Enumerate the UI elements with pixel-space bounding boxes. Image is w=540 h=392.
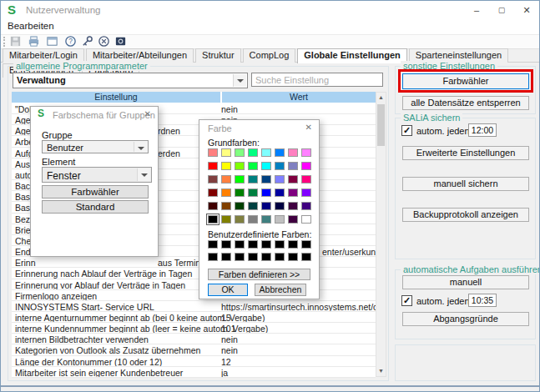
farben-definieren-button[interactable]: Farben definieren >> [208, 269, 310, 280]
color-swatch[interactable] [235, 175, 245, 183]
tab-globale-einstellungen[interactable]: Globale Einstellungen [297, 48, 407, 63]
color-swatch[interactable] [221, 188, 231, 197]
color-swatch[interactable] [261, 253, 271, 261]
color-swatch[interactable] [248, 188, 258, 197]
color-swatch[interactable] [288, 162, 298, 170]
aufgaben-manuell-button[interactable]: manuell [402, 275, 529, 289]
dialog-farbwaehler-button[interactable]: Farbwähler [42, 185, 149, 199]
close-button[interactable]: ✕ [514, 1, 539, 19]
aufgaben-auto-checkbox[interactable]: ✓ [401, 295, 412, 306]
color-swatch[interactable] [261, 148, 271, 157]
color-swatch[interactable] [208, 253, 218, 261]
color-swatch[interactable] [261, 215, 271, 224]
farbe-close-icon[interactable]: ✕ [305, 123, 312, 132]
color-swatch[interactable] [235, 188, 245, 197]
farbschema-close-icon[interactable]: ✕ [144, 109, 151, 118]
table-row[interactable]: interne Kundennummer beginnt ab (leer = … [12, 323, 376, 334]
toolbar-grip[interactable] [3, 37, 5, 47]
manuell-sichern-button[interactable]: manuell sichern [402, 177, 529, 191]
maximize-button[interactable]: ▢ [489, 1, 514, 19]
abgangsgruende-button[interactable]: Abgangsgründe [402, 312, 529, 326]
category-select[interactable]: Verwaltung [13, 73, 248, 88]
color-swatch[interactable] [208, 188, 218, 197]
color-swatch[interactable] [235, 253, 245, 261]
color-swatch[interactable] [221, 240, 231, 249]
color-swatch[interactable] [208, 215, 218, 224]
color-swatch[interactable] [248, 175, 258, 183]
table-row[interactable]: internen Bildbetrachter verwendennein [12, 334, 376, 344]
color-swatch[interactable] [221, 162, 231, 170]
color-swatch[interactable] [301, 162, 311, 170]
table-row[interactable]: Firmenlogo anzeigen [12, 290, 376, 301]
color-swatch[interactable] [288, 215, 298, 224]
chevron-down-icon[interactable] [137, 168, 150, 181]
color-swatch[interactable] [301, 148, 311, 157]
ok-button[interactable]: OK [208, 284, 248, 296]
window-icon[interactable] [46, 35, 59, 48]
color-swatch[interactable] [275, 148, 285, 157]
color-swatch[interactable] [275, 215, 285, 224]
color-swatch[interactable] [261, 175, 271, 183]
chevron-down-icon[interactable] [233, 74, 246, 87]
minimize-button[interactable]: – [464, 1, 489, 19]
color-swatch[interactable] [208, 175, 218, 183]
color-swatch[interactable] [301, 240, 311, 249]
salia-time-field[interactable]: 12:00 [468, 123, 497, 137]
backupprotokoll-button[interactable]: Backupprotokoll anzeigen [402, 208, 529, 222]
tab-complog[interactable]: CompLog [243, 48, 296, 63]
color-swatch[interactable] [221, 253, 231, 261]
color-swatch[interactable] [301, 215, 311, 224]
color-swatch[interactable] [275, 240, 285, 249]
table-row[interactable]: interne Agenturnummer beginnt ab (bei 0 … [12, 312, 376, 323]
color-swatch[interactable] [275, 162, 285, 170]
color-swatch[interactable] [288, 148, 298, 157]
chevron-down-icon[interactable] [134, 142, 147, 152]
color-swatch[interactable] [208, 240, 218, 249]
color-swatch[interactable] [235, 240, 245, 249]
color-swatch[interactable] [261, 202, 271, 210]
color-swatch[interactable] [248, 215, 258, 224]
color-swatch[interactable] [288, 188, 298, 197]
color-swatch[interactable] [301, 188, 311, 197]
color-swatch[interactable] [248, 162, 258, 170]
aufgaben-time-field[interactable]: 10:35 [468, 294, 497, 307]
safe-icon[interactable] [114, 35, 128, 48]
column-header-wert[interactable]: Wert [222, 92, 376, 103]
color-swatch[interactable] [208, 202, 218, 210]
scroll-up-icon[interactable]: ▲ [376, 93, 386, 103]
entsperren-button[interactable]: alle Datensätze entsperren [402, 96, 529, 110]
table-row[interactable]: Länge der Kontonummer (10 oder 12)12 [12, 356, 376, 367]
color-swatch[interactable] [261, 240, 271, 249]
color-swatch[interactable] [275, 188, 285, 197]
color-swatch[interactable] [301, 253, 311, 261]
print-icon[interactable] [28, 35, 41, 48]
color-swatch[interactable] [248, 240, 258, 249]
color-swatch[interactable] [235, 202, 245, 210]
color-swatch[interactable] [248, 202, 258, 210]
color-swatch[interactable] [221, 215, 231, 224]
abbrechen-button[interactable]: Abbrechen [255, 284, 306, 296]
color-swatch[interactable] [261, 162, 271, 170]
scrollbar-thumb[interactable] [377, 104, 385, 146]
color-swatch[interactable] [288, 240, 298, 249]
color-swatch[interactable] [221, 202, 231, 210]
color-swatch[interactable] [235, 215, 245, 224]
table-row[interactable]: Erinnerung nach Ablauf der Verträge in T… [12, 268, 376, 279]
tab-struktur[interactable]: Struktur [195, 48, 241, 63]
color-swatch[interactable] [275, 202, 285, 210]
save-icon[interactable] [9, 35, 23, 48]
table-scrollbar[interactable]: ▲ ▼ [376, 92, 386, 377]
search-input[interactable] [251, 73, 383, 87]
help-icon[interactable]: ? [64, 35, 78, 48]
color-swatch[interactable] [248, 253, 258, 261]
color-swatch[interactable] [221, 148, 231, 157]
key-icon[interactable] [81, 35, 94, 48]
color-swatch[interactable] [221, 175, 231, 183]
table-row[interactable]: Mitarbeiter ist sein eigener Kundenbetre… [12, 367, 376, 378]
salia-auto-checkbox[interactable]: ✓ [401, 125, 412, 136]
color-swatch[interactable] [261, 188, 271, 197]
color-swatch[interactable] [235, 162, 245, 170]
erweiterte-einstellungen-button[interactable]: Erweiterte Einstellungen [402, 146, 529, 160]
color-swatch[interactable] [288, 202, 298, 210]
menu-bearbeiten[interactable]: Bearbeiten [8, 21, 54, 31]
